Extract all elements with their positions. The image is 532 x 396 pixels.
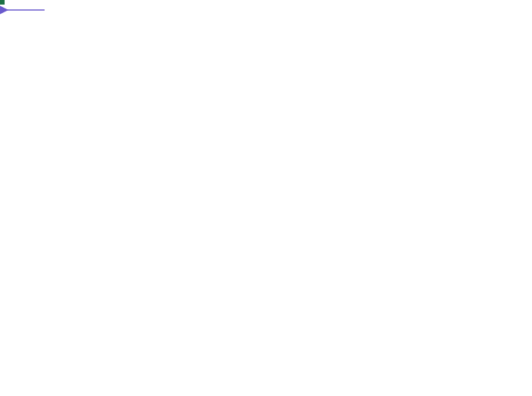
spreadsheet-view [0,0,532,396]
fill-handle[interactable] [0,0,5,5]
arrow-icon [0,0,46,22]
selection-border [0,0,3,3]
